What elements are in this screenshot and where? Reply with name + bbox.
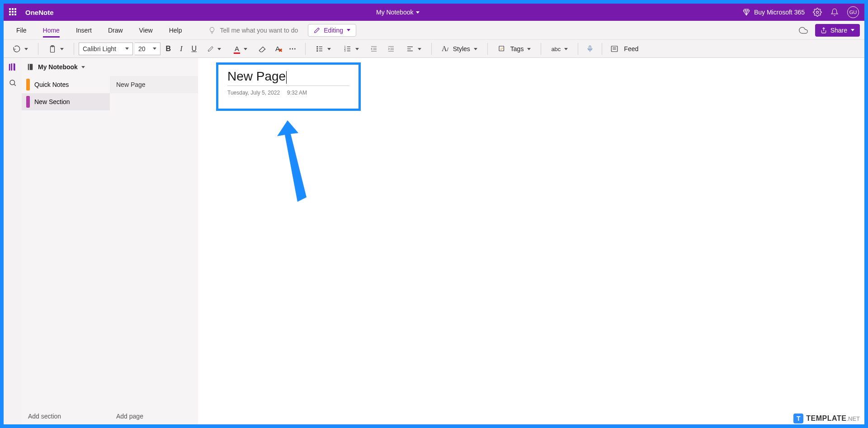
paste-button[interactable] (43, 43, 69, 55)
share-button[interactable]: Share (815, 24, 860, 37)
watermark: T TEMPLATE.NET (793, 414, 860, 423)
bold-button[interactable]: B (162, 43, 175, 55)
books-icon (8, 62, 18, 72)
search-button[interactable] (9, 79, 17, 87)
svg-rect-33 (28, 64, 33, 70)
font-size-dropdown[interactable]: 20 (135, 43, 160, 55)
left-rail (4, 58, 22, 424)
annotation-arrow (266, 116, 311, 206)
buy-microsoft-button[interactable]: Buy Microsoft 365 (742, 8, 805, 16)
indent-icon (387, 45, 395, 53)
feed-icon (610, 45, 618, 53)
bullets-button[interactable] (310, 43, 336, 55)
underline-button[interactable]: U (188, 43, 200, 55)
styles-button[interactable]: A/Styles (436, 43, 483, 55)
page-title-input[interactable]: New Page (227, 69, 349, 86)
feed-label: Feed (624, 45, 638, 52)
text-cursor (286, 71, 287, 84)
page-time: 9:32 AM (287, 90, 307, 96)
search-icon (9, 79, 17, 87)
italic-button[interactable]: I (176, 43, 186, 55)
svg-rect-28 (612, 46, 618, 52)
menu-help[interactable]: Help (161, 21, 190, 40)
notebook-name: My Notebook (376, 9, 413, 16)
menu-draw[interactable]: Draw (100, 21, 131, 40)
watermark-brand: TEMPLATE (806, 414, 846, 422)
buy-label: Buy Microsoft 365 (754, 9, 805, 16)
styles-label: Styles (453, 45, 470, 52)
font-name-dropdown[interactable]: Calibri Light (79, 43, 133, 55)
undo-button[interactable] (7, 43, 33, 55)
gear-icon (813, 8, 822, 17)
notebook-label: My Notebook (38, 63, 78, 71)
section-item[interactable]: Quick Notes (22, 76, 110, 93)
add-section-button[interactable]: Add section (22, 408, 110, 424)
lightbulb-icon (208, 27, 216, 34)
titlebar: OneNote My Notebook Buy Microsoft 365 GU (4, 4, 864, 21)
editing-label: Editing (324, 27, 343, 34)
svg-rect-34 (29, 64, 30, 70)
clipboard-icon (48, 45, 57, 53)
tell-me-placeholder: Tell me what you want to do (220, 27, 298, 34)
editing-mode-button[interactable]: Editing (308, 24, 356, 37)
section-label: New Section (34, 98, 70, 105)
section-color-tab (26, 96, 30, 108)
avatar-initials: GU (849, 10, 857, 15)
chevron-down-icon (125, 48, 129, 50)
menu-home[interactable]: Home (35, 21, 68, 40)
svg-line-32 (14, 84, 15, 86)
page-canvas[interactable]: New Page Tuesday, July 5, 2022 9:32 AM (198, 58, 864, 424)
font-color-button[interactable]: A (228, 43, 253, 55)
highlight-button[interactable] (202, 44, 226, 54)
spellcheck-button[interactable]: abc (546, 43, 573, 55)
align-icon (406, 45, 414, 53)
section-item[interactable]: New Section (22, 93, 110, 110)
chevron-down-icon (153, 48, 156, 50)
app-launcher-icon[interactable] (9, 8, 17, 16)
more-formatting-button[interactable]: ⋯ (285, 43, 301, 55)
menubar: File Home Insert Draw View Help Tell me … (4, 21, 864, 40)
dictate-button[interactable] (583, 43, 597, 55)
watermark-logo-icon: T (793, 414, 803, 423)
tags-button[interactable]: Tags (492, 43, 537, 55)
menu-view[interactable]: View (131, 21, 161, 40)
menu-insert[interactable]: Insert (68, 21, 100, 40)
styles-icon: A/ (442, 45, 448, 53)
user-avatar[interactable]: GU (847, 6, 859, 18)
eraser-button[interactable] (255, 43, 270, 55)
font-color-icon: A (234, 45, 240, 54)
notebook-dropdown[interactable]: My Notebook (54, 9, 742, 16)
page-title: New Page (227, 69, 286, 83)
svg-text:3: 3 (344, 49, 346, 52)
chevron-down-icon (851, 29, 854, 31)
svg-rect-27 (589, 46, 591, 49)
svg-point-7 (317, 50, 318, 51)
feed-button[interactable]: Feed (607, 43, 642, 55)
outdent-button[interactable] (366, 43, 382, 55)
numbering-icon: 123 (344, 45, 352, 53)
bold-icon: B (166, 45, 171, 53)
notebooks-icon[interactable] (8, 62, 18, 72)
settings-button[interactable] (813, 8, 822, 17)
indent-button[interactable] (383, 43, 399, 55)
microphone-icon (586, 44, 594, 53)
tell-me-input[interactable]: Tell me what you want to do (208, 27, 298, 34)
tags-label: Tags (510, 45, 524, 52)
menu-file[interactable]: File (8, 21, 35, 40)
add-page-button[interactable]: Add page (110, 408, 198, 424)
section-label: Quick Notes (34, 81, 69, 88)
notebook-icon (26, 63, 34, 71)
page-item[interactable]: New Page (110, 76, 198, 93)
notebook-selector[interactable]: My Notebook (22, 58, 198, 76)
notifications-button[interactable] (830, 8, 839, 17)
undo-icon (13, 45, 21, 53)
page-date: Tuesday, July 5, 2022 (227, 90, 280, 96)
diamond-icon (742, 8, 750, 16)
sync-status-icon[interactable] (799, 26, 808, 35)
svg-point-3 (317, 46, 318, 47)
numbering-button[interactable]: 123 (338, 43, 364, 55)
toolbar: Calibri Light 20 B I U A A✖ ⋯ 123 A/Styl… (4, 40, 864, 58)
bell-icon (830, 8, 839, 16)
clear-formatting-button[interactable]: A✖ (272, 43, 283, 54)
align-button[interactable] (401, 43, 427, 55)
